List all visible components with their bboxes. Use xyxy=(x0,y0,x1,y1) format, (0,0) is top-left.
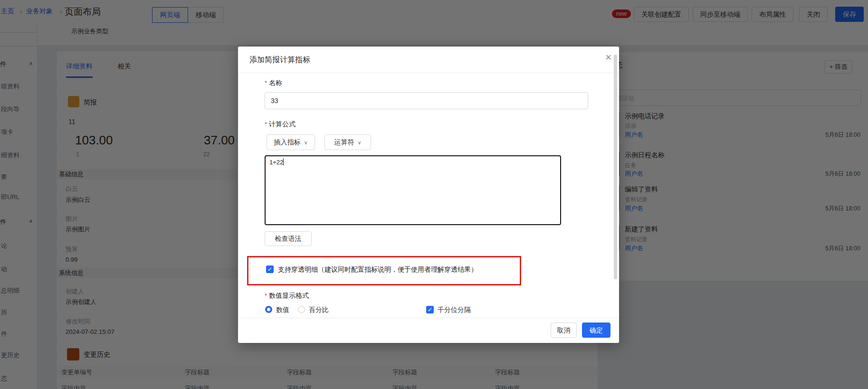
checkmark-icon: ✓ xyxy=(267,266,272,273)
add-briefing-metric-dialog: 添加简报计算指标 × *名称 *计算公式 插入指标∨ 运算符∨ 1+22 检查语… xyxy=(238,47,619,343)
name-input[interactable] xyxy=(265,92,588,109)
format-radio-number[interactable] xyxy=(265,306,272,313)
dialog-scrollbar-thumb[interactable] xyxy=(614,55,617,279)
format-radio-percent-label[interactable]: 百分比 xyxy=(309,306,329,314)
checkmark-icon: ✓ xyxy=(428,306,432,313)
chevron-down-icon: ∨ xyxy=(304,140,307,145)
name-field-label: *名称 xyxy=(265,79,282,87)
thousand-separator-checkbox[interactable]: ✓ xyxy=(426,306,434,313)
check-syntax-button[interactable]: 检查语法 xyxy=(265,231,312,246)
formula-textarea[interactable]: 1+22 xyxy=(265,155,561,225)
required-asterisk: * xyxy=(265,121,267,128)
dialog-footer-divider xyxy=(238,318,619,318)
chevron-down-icon: ∨ xyxy=(357,140,361,145)
insert-metric-dropdown[interactable]: 插入指标∨ xyxy=(267,134,315,150)
formula-text: 1+22 xyxy=(269,159,283,166)
format-field-label: *数值显示格式 xyxy=(265,292,309,300)
drill-through-label: 支持穿透明细（建议同时配置指标说明，便于使用者理解穿透结果） xyxy=(278,266,477,274)
drill-through-checkbox[interactable]: ✓ xyxy=(266,266,274,273)
formula-field-label: *计算公式 xyxy=(265,120,296,129)
confirm-button[interactable]: 确定 xyxy=(582,323,610,338)
required-asterisk: * xyxy=(265,79,267,86)
operator-dropdown[interactable]: 运算符∨ xyxy=(324,134,371,150)
format-radio-number-label[interactable]: 数值 xyxy=(276,306,289,314)
app-root: 主页 › 业务对象 › 页面布局 网页端移动端 new 关联创建配置 同步至移动… xyxy=(0,0,868,389)
required-asterisk: * xyxy=(265,292,267,299)
dialog-title: 添加简报计算指标 xyxy=(249,55,310,65)
dialog-header-divider xyxy=(238,73,619,73)
thousand-separator-label[interactable]: 千分位分隔 xyxy=(438,306,471,314)
format-radio-percent[interactable] xyxy=(298,306,305,313)
cancel-button[interactable]: 取消 xyxy=(551,323,577,338)
close-icon[interactable]: × xyxy=(605,52,611,63)
text-cursor xyxy=(283,158,284,165)
